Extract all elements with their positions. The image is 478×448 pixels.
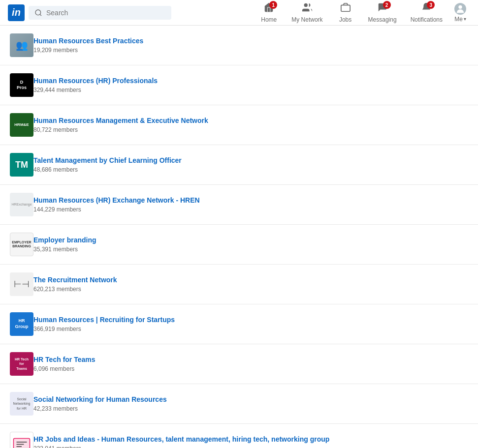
notifications-badge: 3 <box>427 1 435 9</box>
jobs-label: Jobs <box>339 16 351 23</box>
avatar <box>454 3 466 15</box>
group-info: Social Networking for Human Resources 42… <box>33 395 468 412</box>
notifications-icon: 3 <box>421 2 432 15</box>
group-info: Human Resources | Recruiting for Startup… <box>33 316 468 332</box>
group-item[interactable]: SocialNetworkingfor HR Social Networking… <box>0 384 478 424</box>
group-avatar: TM <box>10 153 33 177</box>
group-name[interactable]: Talent Management by Chief Learning Offi… <box>33 156 468 164</box>
group-info: Human Resources Best Practices 19,209 me… <box>33 37 468 54</box>
nav-me[interactable]: Me ▾ <box>450 0 470 26</box>
group-info: Talent Management by Chief Learning Offi… <box>33 156 468 173</box>
home-label: Home <box>261 16 277 23</box>
svg-point-2 <box>304 3 308 7</box>
group-members: 233,041 members <box>33 445 468 448</box>
group-info: HR Tech for Teams 6,096 members <box>33 356 468 372</box>
group-name[interactable]: HR Jobs and Ideas - Human Resources, tal… <box>33 435 468 443</box>
svg-line-1 <box>40 14 41 16</box>
svg-point-0 <box>35 10 41 15</box>
messaging-icon: 2 <box>377 2 388 15</box>
group-info: Human Resources (HR) Professionals 329,4… <box>33 77 468 93</box>
notifications-label: Notifications <box>411 16 443 23</box>
group-avatar: EMPLOYERBRANDING <box>10 233 33 256</box>
group-item[interactable]: HRExchange Human Resources (HR) Exchange… <box>0 185 478 225</box>
search-input[interactable] <box>46 9 165 17</box>
group-name[interactable]: HR Tech for Teams <box>33 356 468 363</box>
group-item[interactable]: HR TechforTeams HR Tech for Teams 6,096 … <box>0 344 478 384</box>
me-dropdown: Me ▾ <box>454 16 466 23</box>
group-name[interactable]: The Recruitment Network <box>33 276 468 284</box>
my-network-label: My Network <box>291 16 322 23</box>
group-item[interactable]: TM Talent Management by Chief Learning O… <box>0 145 478 185</box>
group-members: 366,919 members <box>33 326 468 332</box>
svg-point-4 <box>458 5 462 8</box>
group-members: 329,444 members <box>33 87 468 93</box>
group-item[interactable]: HRM&E Human Resources Management & Execu… <box>0 105 478 145</box>
group-members: 19,209 members <box>33 47 468 54</box>
group-info: Human Resources (HR) Exchange Network - … <box>33 196 468 213</box>
search-icon <box>34 9 42 17</box>
group-members: 42,233 members <box>33 405 468 412</box>
nav-my-network[interactable]: My Network <box>286 0 328 26</box>
group-item[interactable]: HR Jobs and Ideas - Human Resources, tal… <box>0 424 478 448</box>
my-network-icon <box>302 2 313 15</box>
svg-rect-3 <box>341 5 350 11</box>
group-name[interactable]: Employer branding <box>33 236 468 244</box>
group-info: HR Jobs and Ideas - Human Resources, tal… <box>33 435 468 448</box>
group-name[interactable]: Human Resources (HR) Professionals <box>33 77 468 85</box>
group-name[interactable]: Human Resources | Recruiting for Startup… <box>33 316 468 324</box>
group-name[interactable]: Human Resources Best Practices <box>33 37 468 45</box>
home-badge: 1 <box>269 1 277 9</box>
nav-home[interactable]: 1 Home <box>254 0 284 26</box>
messaging-label: Messaging <box>368 16 397 23</box>
group-item[interactable]: ⊢⊣ The Recruitment Network 620,213 membe… <box>0 265 478 304</box>
group-avatar: ⊢⊣ <box>10 272 33 296</box>
jobs-icon <box>340 2 351 15</box>
group-item[interactable]: Human Resources Best Practices 19,209 me… <box>0 26 478 65</box>
group-avatar: HRExchange <box>10 193 33 216</box>
group-members: 6,096 members <box>33 365 468 372</box>
group-avatar: HRGroup <box>10 312 33 336</box>
group-name[interactable]: Social Networking for Human Resources <box>33 395 468 403</box>
nav-messaging[interactable]: 2 Messaging <box>362 0 403 26</box>
chevron-down-icon: ▾ <box>464 16 466 22</box>
navbar: in 1 Home My Network Jobs <box>0 0 478 26</box>
group-avatar: DPros <box>10 73 33 97</box>
group-avatar: HRM&E <box>10 113 33 137</box>
group-item[interactable]: HRGroup Human Resources | Recruiting for… <box>0 304 478 344</box>
group-item[interactable]: DPros Human Resources (HR) Professionals… <box>0 65 478 105</box>
group-avatar <box>10 432 33 448</box>
group-members: 144,229 members <box>33 206 468 213</box>
group-members: 620,213 members <box>33 286 468 293</box>
group-info: Human Resources Management & Executive N… <box>33 117 468 133</box>
group-name[interactable]: Human Resources (HR) Exchange Network - … <box>33 196 468 204</box>
messaging-badge: 2 <box>383 1 391 9</box>
group-item[interactable]: EMPLOYERBRANDING Employer branding 35,39… <box>0 225 478 265</box>
search-bar[interactable] <box>29 6 171 20</box>
linkedin-logo[interactable]: in <box>8 4 25 21</box>
group-members: 48,686 members <box>33 166 468 173</box>
group-members: 80,722 members <box>33 126 468 133</box>
home-icon: 1 <box>263 2 274 15</box>
groups-list: Human Resources Best Practices 19,209 me… <box>0 26 478 448</box>
me-label: Me <box>454 16 463 23</box>
nav-items: 1 Home My Network Jobs 2 Messaging <box>254 0 470 26</box>
group-avatar: HR TechforTeams <box>10 352 33 376</box>
group-avatar: SocialNetworkingfor HR <box>10 392 33 416</box>
nav-notifications[interactable]: 3 Notifications <box>405 0 448 26</box>
group-name[interactable]: Human Resources Management & Executive N… <box>33 117 468 124</box>
group-avatar <box>10 33 33 57</box>
group-info: The Recruitment Network 620,213 members <box>33 276 468 293</box>
group-info: Employer branding 35,391 members <box>33 236 468 253</box>
group-members: 35,391 members <box>33 246 468 253</box>
nav-jobs[interactable]: Jobs <box>331 0 360 26</box>
